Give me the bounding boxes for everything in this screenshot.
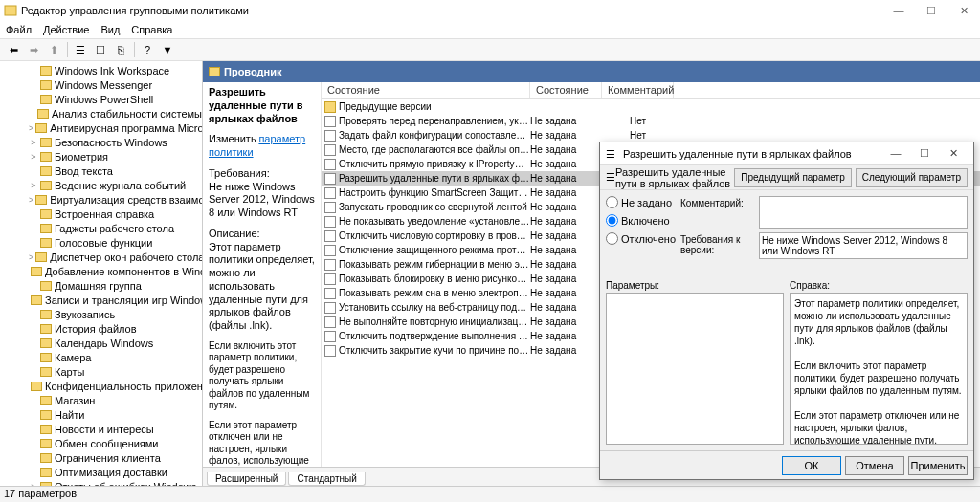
tree-node[interactable]: Карты	[0, 364, 202, 379]
description-pane: Разрешить удаленные пути в ярлыках файло…	[203, 82, 322, 467]
tree-node[interactable]: Ограничения клиента	[0, 450, 202, 465]
radio-group: Не задано Включено Отключено	[606, 196, 675, 274]
tree-node[interactable]: Windows Ink Workspace	[0, 63, 202, 77]
tree-node[interactable]: Магазин	[0, 393, 202, 407]
tree-node[interactable]: Гаджеты рабочего стола	[0, 221, 202, 235]
toolbar: ⬅ ➡ ⬆ ☰ ☐ ⎘ ? ▼	[0, 38, 980, 61]
tree-node[interactable]: Встроенная справка	[0, 207, 202, 221]
show-hide-icon[interactable]: ☰	[71, 40, 90, 59]
col-state[interactable]: Состояние	[530, 82, 602, 98]
tab-extended[interactable]: Расширенный	[207, 472, 286, 486]
prev-button[interactable]: Предыдущий параметр	[734, 168, 851, 187]
radio-enabled[interactable]: Включено	[606, 214, 675, 227]
radio-disabled[interactable]: Отключено	[606, 232, 675, 245]
dlg-max-icon[interactable]: ☐	[910, 147, 939, 160]
tree-node[interactable]: Ввод текста	[0, 164, 202, 178]
filter-icon[interactable]: ▼	[158, 40, 177, 59]
properties-icon[interactable]: ☐	[91, 40, 110, 59]
dialog-title: Разрешить удаленные пути в ярлыках файло…	[623, 148, 852, 160]
policy-icon: ☰	[606, 148, 619, 160]
apply-button[interactable]: Применить	[908, 456, 968, 475]
tree-node[interactable]: Камера	[0, 350, 202, 364]
tree-node[interactable]: Звукозапись	[0, 307, 202, 321]
radio-notconf[interactable]: Не задано	[606, 196, 675, 208]
tree-node[interactable]: Календарь Windows	[0, 336, 202, 350]
tree-node[interactable]: Новости и интересы	[0, 422, 202, 436]
tree-node[interactable]: Домашняя группа	[0, 278, 202, 293]
tree-node[interactable]: Оптимизация доставки	[0, 465, 202, 479]
tree-node[interactable]: Конфиденциальность приложения	[0, 379, 202, 393]
content-header: Проводник	[203, 61, 980, 82]
list-row[interactable]: Предыдущие версии	[322, 99, 980, 114]
dialog-titlebar: ☰ Разрешить удаленные пути в ярлыках фай…	[600, 142, 973, 165]
next-button[interactable]: Следующий параметр	[856, 168, 968, 187]
tree-node[interactable]: >Отчеты об ошибках Windows	[0, 479, 202, 486]
menu-help[interactable]: Справка	[131, 24, 172, 35]
help-box: Этот параметр политики определяет, можно…	[790, 293, 968, 445]
policy-icon: ☰	[606, 171, 615, 184]
tree-node[interactable]: >Виртуализация средств взаимодействия с …	[0, 192, 202, 207]
content-title: Проводник	[224, 66, 281, 77]
folder-icon	[209, 67, 220, 76]
tree-node[interactable]: История файлов	[0, 321, 202, 336]
comment-input[interactable]	[759, 196, 968, 229]
close-button[interactable]: ✕	[947, 0, 980, 21]
titlebar: Редактор управления групповыми политикам…	[0, 0, 980, 21]
window-title: Редактор управления групповыми политикам…	[21, 5, 249, 16]
tree-node[interactable]: >Безопасность Windows	[0, 135, 202, 149]
tab-standard[interactable]: Стандартный	[288, 472, 365, 486]
list-row[interactable]: Задать файл конфигурации сопоставлений п…	[322, 128, 980, 142]
back-icon[interactable]: ⬅	[4, 40, 23, 59]
nav-tree[interactable]: Windows Ink WorkspaceWindows MessengerWi…	[0, 61, 203, 486]
export-icon[interactable]: ⎘	[111, 40, 130, 59]
cancel-button[interactable]: Отмена	[845, 456, 904, 475]
dialog-subtitle: Разрешить удаленные пути в ярлыках файло…	[615, 166, 730, 189]
app-icon	[4, 4, 17, 17]
dlg-min-icon[interactable]: —	[881, 147, 910, 160]
tree-node[interactable]: Голосовые функции	[0, 235, 202, 250]
tree-node[interactable]: Обмен сообщениями	[0, 436, 202, 450]
tree-node[interactable]: >Ведение журнала событий	[0, 178, 202, 192]
params-box	[606, 293, 784, 445]
tree-node[interactable]: Анализ стабильности системы	[0, 106, 202, 120]
dlg-close-icon[interactable]: ✕	[939, 147, 968, 160]
up-icon[interactable]: ⬆	[44, 40, 63, 59]
setting-title: Разрешить удаленные пути в ярлыках файло…	[209, 86, 303, 124]
tree-node[interactable]: Windows PowerShell	[0, 92, 202, 106]
policy-dialog: ☰ Разрешить удаленные пути в ярлыках фай…	[599, 142, 974, 480]
col-name[interactable]: Состояние	[322, 82, 530, 98]
max-button[interactable]: ☐	[915, 0, 947, 21]
list-header: Состояние Состояние Комментарий	[322, 82, 980, 99]
statusbar: 17 параметров	[0, 486, 980, 502]
col-comment[interactable]: Комментарий	[602, 82, 674, 98]
tree-node[interactable]: >Диспетчер окон рабочего стола	[0, 250, 202, 264]
list-row[interactable]: Проверять перед перенаправлением, указыв…	[322, 114, 980, 128]
menu-file[interactable]: Файл	[6, 24, 32, 35]
tree-node[interactable]: Windows Messenger	[0, 77, 202, 92]
tree-node[interactable]: Добавление компонентов в Windows 10	[0, 264, 202, 278]
forward-icon[interactable]: ➡	[24, 40, 43, 59]
tree-node[interactable]: Записи и трансляции игр Windows	[0, 293, 202, 307]
menu-view[interactable]: Вид	[100, 24, 120, 35]
menu-action[interactable]: Действие	[43, 24, 89, 35]
min-button[interactable]: —	[882, 0, 915, 21]
tree-node[interactable]: >Антивирусная программа Microsoft Defend	[0, 120, 202, 135]
tree-node[interactable]: >Биометрия	[0, 149, 202, 164]
ok-button[interactable]: ОК	[782, 456, 841, 475]
requirements-box: Не ниже Windows Server 2012, Windows 8 и…	[759, 232, 968, 259]
help-icon[interactable]: ?	[138, 40, 157, 59]
menubar: Файл Действие Вид Справка	[0, 21, 980, 38]
svg-rect-0	[5, 6, 16, 15]
tree-node[interactable]: Найти	[0, 407, 202, 422]
